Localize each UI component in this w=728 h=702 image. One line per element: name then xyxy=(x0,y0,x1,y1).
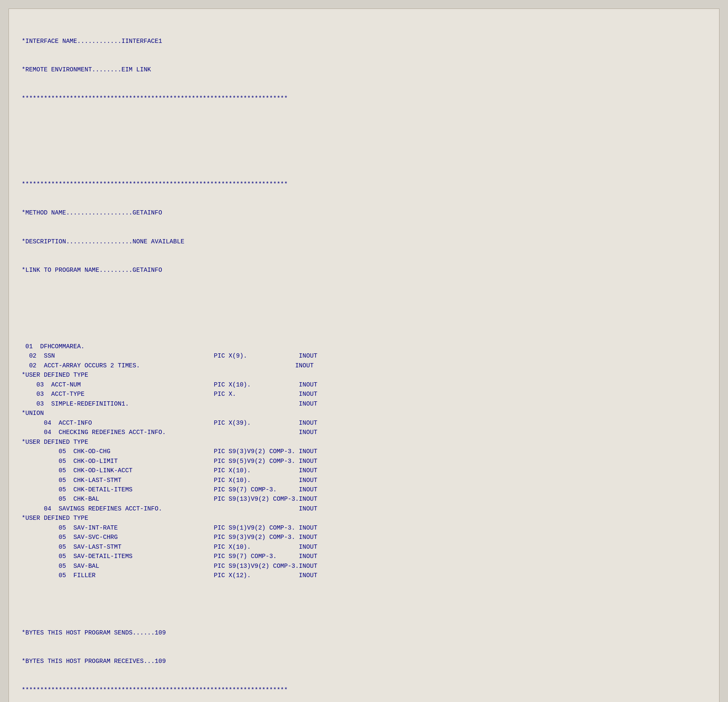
data-line-20: 05 SAV-SVC-CHRG PIC S9(3)V9(2) COMP-3. I… xyxy=(22,533,706,542)
data-line-13: 05 CHK-OD-LINK-ACCT PIC X(10). INOUT xyxy=(22,466,706,475)
description-line: *DESCRIPTION..................NONE AVAIL… xyxy=(22,237,706,246)
data-line-17: 04 SAVINGS REDEFINES ACCT-INFO. INOUT xyxy=(22,504,706,513)
blank-line3 xyxy=(22,294,706,304)
data-line-11: 05 CHK-OD-CHG PIC S9(3)V9(2) COMP-3. INO… xyxy=(22,447,706,456)
blank-line1 xyxy=(22,122,706,132)
blank-line-footer xyxy=(22,600,706,609)
data-line-15: 05 CHK-DETAIL-ITEMS PIC S9(7) COMP-3. IN… xyxy=(22,485,706,494)
data-line-3: *USER DEFINED TYPE xyxy=(22,370,706,380)
data-line-16: 05 CHK-BAL PIC S9(13)V9(2) COMP-3.INOUT xyxy=(22,494,706,504)
data-line-19: 05 SAV-INT-RATE PIC S9(1)V9(2) COMP-3. I… xyxy=(22,523,706,533)
data-line-9: 04 CHECKING REDEFINES ACCT-INFO. INOUT xyxy=(22,428,706,437)
main-content: *INTERFACE NAME............IINTERFACE1 *… xyxy=(8,8,720,702)
data-line-1: 02 SSN PIC X(9). INOUT xyxy=(22,351,706,361)
data-line-7: *UNION xyxy=(22,409,706,418)
data-line-2: 02 ACCT-ARRAY OCCURS 2 TIMES. INOUT xyxy=(22,361,706,370)
data-line-8: 04 ACCT-INFO PIC X(39). INOUT xyxy=(22,418,706,428)
data-line-21: 05 SAV-LAST-STMT PIC X(10). INOUT xyxy=(22,542,706,552)
data-line-6: 03 SIMPLE-REDEFINITION1. INOUT xyxy=(22,399,706,409)
link-to-program-line: *LINK TO PROGRAM NAME.........GETAINFO xyxy=(22,265,706,275)
blank-line2 xyxy=(22,151,706,161)
header-line2: *REMOTE ENVIRONMENT........EIM LINK xyxy=(22,65,706,74)
data-line-12: 05 CHK-OD-LIMIT PIC S9(5)V9(2) COMP-3. I… xyxy=(22,457,706,466)
data-line-5: 03 ACCT-TYPE PIC X. INOUT xyxy=(22,389,706,399)
data-line-24: 05 FILLER PIC X(12). INOUT xyxy=(22,571,706,580)
data-line-4: 03 ACCT-NUM PIC X(10). INOUT xyxy=(22,380,706,389)
data-line-10: *USER DEFINED TYPE xyxy=(22,437,706,447)
code-display: *INTERFACE NAME............IINTERFACE1 *… xyxy=(22,17,706,323)
data-line-23: 05 SAV-BAL PIC S9(13)V9(2) COMP-3.INOUT xyxy=(22,561,706,571)
method-name-line: *METHOD NAME..................GETAINFO xyxy=(22,208,706,217)
data-line-18: *USER DEFINED TYPE xyxy=(22,513,706,523)
data-line-0: 01 DFHCOMMAREA. xyxy=(22,342,706,351)
bytes-receives-line: *BYTES THIS HOST PROGRAM RECEIVES...109 xyxy=(22,657,706,666)
data-line-14: 05 CHK-LAST-STMT PIC X(10). INOUT xyxy=(22,476,706,485)
data-line-22: 05 SAV-DETAIL-ITEMS PIC S9(7) COMP-3. IN… xyxy=(22,552,706,561)
data-definitions: 01 DFHCOMMAREA. 02 SSN PIC X(9). INOUT 0… xyxy=(22,323,706,581)
header-line1: *INTERFACE NAME............IINTERFACE1 xyxy=(22,37,706,46)
header-separator: ****************************************… xyxy=(22,94,706,103)
bytes-sends-line: *BYTES THIS HOST PROGRAM SENDS......109 xyxy=(22,628,706,637)
method-separator-top: ****************************************… xyxy=(22,180,706,189)
footer-block: *BYTES THIS HOST PROGRAM SENDS......109 … xyxy=(22,581,706,702)
footer-separator: ****************************************… xyxy=(22,685,706,695)
